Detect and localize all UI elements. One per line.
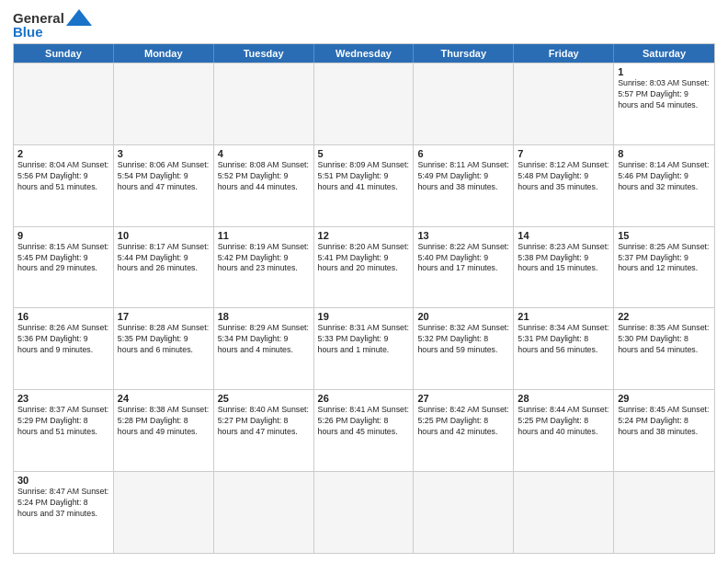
day-cell-10: 10Sunrise: 8:17 AM Sunset: 5:44 PM Dayli… [114,227,214,308]
day-number: 24 [118,393,210,404]
day-info: Sunrise: 8:40 AM Sunset: 5:27 PM Dayligh… [218,405,310,438]
day-number: 17 [118,311,210,322]
day-cell-28: 28Sunrise: 8:44 AM Sunset: 5:25 PM Dayli… [514,390,614,471]
day-number: 25 [218,393,310,404]
day-cell-26: 26Sunrise: 8:41 AM Sunset: 5:26 PM Dayli… [314,390,415,471]
day-number: 19 [318,311,410,322]
day-cell-29: 29Sunrise: 8:45 AM Sunset: 5:24 PM Dayli… [614,390,714,471]
day-number: 13 [417,230,509,241]
day-cell-22: 22Sunrise: 8:35 AM Sunset: 5:30 PM Dayli… [614,308,714,389]
logo-icon [66,9,92,26]
empty-day-cell [114,472,214,553]
day-number: 2 [17,148,109,159]
empty-day-cell [214,472,314,553]
days-of-week-header: SundayMondayTuesdayWednesdayThursdayFrid… [14,44,714,63]
day-info: Sunrise: 8:32 AM Sunset: 5:32 PM Dayligh… [417,323,509,356]
day-number: 16 [17,311,109,322]
day-cell-18: 18Sunrise: 8:29 AM Sunset: 5:34 PM Dayli… [214,308,314,389]
day-number: 28 [518,393,609,404]
day-info: Sunrise: 8:41 AM Sunset: 5:26 PM Dayligh… [318,405,410,438]
day-number: 26 [318,393,410,404]
empty-day-cell [314,472,415,553]
day-cell-2: 2Sunrise: 8:04 AM Sunset: 5:56 PM Daylig… [14,145,114,226]
day-info: Sunrise: 8:04 AM Sunset: 5:56 PM Dayligh… [17,160,109,193]
empty-day-cell [614,472,714,553]
empty-day-cell [414,63,514,144]
day-cell-1: 1Sunrise: 8:03 AM Sunset: 5:57 PM Daylig… [614,63,714,144]
day-number: 29 [618,393,711,404]
day-number: 14 [518,230,609,241]
day-info: Sunrise: 8:20 AM Sunset: 5:41 PM Dayligh… [318,242,410,275]
day-info: Sunrise: 8:42 AM Sunset: 5:25 PM Dayligh… [417,405,509,438]
dow-cell-saturday: Saturday [614,44,714,63]
day-cell-11: 11Sunrise: 8:19 AM Sunset: 5:42 PM Dayli… [214,227,314,308]
day-number: 21 [518,311,609,322]
day-info: Sunrise: 8:29 AM Sunset: 5:34 PM Dayligh… [218,323,310,356]
dow-cell-thursday: Thursday [414,44,514,63]
calendar: SundayMondayTuesdayWednesdayThursdayFrid… [13,43,715,554]
day-info: Sunrise: 8:23 AM Sunset: 5:38 PM Dayligh… [518,242,609,275]
day-number: 20 [417,311,509,322]
day-info: Sunrise: 8:34 AM Sunset: 5:31 PM Dayligh… [518,323,609,356]
day-info: Sunrise: 8:11 AM Sunset: 5:49 PM Dayligh… [417,160,509,193]
day-number: 8 [618,148,711,159]
day-cell-24: 24Sunrise: 8:38 AM Sunset: 5:28 PM Dayli… [114,390,214,471]
day-number: 9 [17,230,109,241]
day-info: Sunrise: 8:44 AM Sunset: 5:25 PM Dayligh… [518,405,609,438]
day-number: 22 [618,311,711,322]
day-number: 27 [417,393,509,404]
day-number: 18 [218,311,310,322]
day-info: Sunrise: 8:37 AM Sunset: 5:29 PM Dayligh… [17,405,109,438]
logo-blue-text: Blue [13,24,43,40]
day-number: 30 [17,475,109,486]
day-info: Sunrise: 8:15 AM Sunset: 5:45 PM Dayligh… [17,242,109,275]
dow-cell-monday: Monday [114,44,214,63]
day-cell-3: 3Sunrise: 8:06 AM Sunset: 5:54 PM Daylig… [114,145,214,226]
day-number: 15 [618,230,711,241]
day-cell-30: 30Sunrise: 8:47 AM Sunset: 5:24 PM Dayli… [14,472,114,553]
day-number: 5 [318,148,410,159]
dow-cell-friday: Friday [514,44,614,63]
logo-general-text: General [13,10,64,26]
day-number: 1 [618,66,711,77]
dow-cell-sunday: Sunday [14,44,114,63]
day-cell-13: 13Sunrise: 8:22 AM Sunset: 5:40 PM Dayli… [414,227,514,308]
day-info: Sunrise: 8:25 AM Sunset: 5:37 PM Dayligh… [618,242,711,275]
empty-day-cell [14,63,114,144]
day-info: Sunrise: 8:14 AM Sunset: 5:46 PM Dayligh… [618,160,711,193]
day-number: 6 [417,148,509,159]
day-info: Sunrise: 8:03 AM Sunset: 5:57 PM Dayligh… [618,78,711,111]
day-cell-12: 12Sunrise: 8:20 AM Sunset: 5:41 PM Dayli… [314,227,415,308]
day-info: Sunrise: 8:22 AM Sunset: 5:40 PM Dayligh… [417,242,509,275]
week-row-0: 1Sunrise: 8:03 AM Sunset: 5:57 PM Daylig… [14,63,714,144]
empty-day-cell [414,472,514,553]
day-info: Sunrise: 8:06 AM Sunset: 5:54 PM Dayligh… [118,160,210,193]
calendar-weeks: 1Sunrise: 8:03 AM Sunset: 5:57 PM Daylig… [14,63,714,553]
day-number: 3 [118,148,210,159]
empty-day-cell [314,63,415,144]
day-cell-6: 6Sunrise: 8:11 AM Sunset: 5:49 PM Daylig… [414,145,514,226]
day-info: Sunrise: 8:17 AM Sunset: 5:44 PM Dayligh… [118,242,210,275]
day-cell-7: 7Sunrise: 8:12 AM Sunset: 5:48 PM Daylig… [514,145,614,226]
day-cell-23: 23Sunrise: 8:37 AM Sunset: 5:29 PM Dayli… [14,390,114,471]
logo: General Blue [13,9,92,40]
week-row-5: 30Sunrise: 8:47 AM Sunset: 5:24 PM Dayli… [14,471,714,553]
day-info: Sunrise: 8:26 AM Sunset: 5:36 PM Dayligh… [17,323,109,356]
day-info: Sunrise: 8:31 AM Sunset: 5:33 PM Dayligh… [318,323,410,356]
week-row-1: 2Sunrise: 8:04 AM Sunset: 5:56 PM Daylig… [14,144,714,226]
day-cell-20: 20Sunrise: 8:32 AM Sunset: 5:32 PM Dayli… [414,308,514,389]
page: General Blue SundayMondayTuesdayWednesda… [0,0,728,563]
empty-day-cell [514,472,614,553]
day-cell-5: 5Sunrise: 8:09 AM Sunset: 5:51 PM Daylig… [314,145,415,226]
day-info: Sunrise: 8:12 AM Sunset: 5:48 PM Dayligh… [518,160,609,193]
day-info: Sunrise: 8:19 AM Sunset: 5:42 PM Dayligh… [218,242,310,275]
day-cell-27: 27Sunrise: 8:42 AM Sunset: 5:25 PM Dayli… [414,390,514,471]
dow-cell-wednesday: Wednesday [314,44,415,63]
header: General Blue [13,9,715,40]
svg-marker-0 [66,9,92,26]
day-info: Sunrise: 8:09 AM Sunset: 5:51 PM Dayligh… [318,160,410,193]
day-cell-17: 17Sunrise: 8:28 AM Sunset: 5:35 PM Dayli… [114,308,214,389]
day-cell-25: 25Sunrise: 8:40 AM Sunset: 5:27 PM Dayli… [214,390,314,471]
day-info: Sunrise: 8:35 AM Sunset: 5:30 PM Dayligh… [618,323,711,356]
day-number: 4 [218,148,310,159]
